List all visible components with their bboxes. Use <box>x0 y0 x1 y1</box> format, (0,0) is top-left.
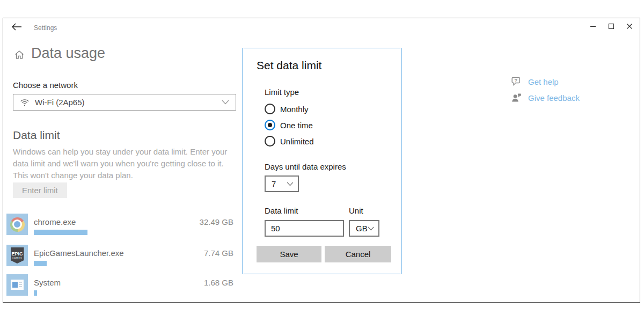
radio-circle-icon[interactable] <box>265 136 275 147</box>
dialog-title: Set data limit <box>257 59 321 72</box>
radio-circle-icon[interactable] <box>265 104 275 114</box>
system-icon <box>6 274 28 296</box>
epic-games-icon: EPIC GAMES <box>6 245 28 266</box>
minimize-button[interactable] <box>584 19 602 33</box>
svg-text:?: ? <box>514 78 517 83</box>
app-usage-value: 1.68 GB <box>204 278 233 287</box>
network-dropdown[interactable]: Wi-Fi (2Ap65) <box>13 94 236 111</box>
maximize-icon <box>608 23 614 30</box>
usage-progress-bar <box>34 230 87 235</box>
cancel-button[interactable]: Cancel <box>325 246 391 262</box>
app-usage-row: chrome.exe 32.49 GB <box>6 214 233 237</box>
set-data-limit-dialog: Set data limit Limit type Monthly One ti… <box>243 48 401 274</box>
usage-progress-bar <box>34 290 37 296</box>
data-limit-input[interactable] <box>265 220 344 237</box>
close-button[interactable] <box>620 19 639 33</box>
chevron-down-icon <box>222 100 229 105</box>
network-selected-value: Wi-Fi (2Ap65) <box>35 98 85 107</box>
home-icon <box>13 49 25 63</box>
chevron-down-icon <box>368 226 374 231</box>
days-until-expires-label: Days until data expires <box>265 162 346 171</box>
maximize-button[interactable] <box>602 19 620 33</box>
app-title: Settings <box>34 24 57 32</box>
app-usage-value: 32.49 GB <box>200 217 233 226</box>
chevron-down-icon <box>287 182 294 186</box>
days-select[interactable]: 7 <box>265 175 299 192</box>
enter-limit-button[interactable]: Enter limit <box>13 182 67 198</box>
feedback-person-icon <box>511 92 522 103</box>
desktop: Settings <box>0 0 644 322</box>
app-usage-row: EPIC GAMES EpicGamesLauncher.exe 7.74 GB <box>6 245 233 268</box>
unit-field-label: Unit <box>349 206 363 215</box>
app-name: System <box>34 278 61 287</box>
wifi-icon <box>20 98 30 107</box>
unit-select[interactable]: GB <box>349 220 379 237</box>
radio-unlimited[interactable]: Unlimited <box>265 135 314 147</box>
app-name: chrome.exe <box>34 217 76 226</box>
data-limit-heading: Data limit <box>13 129 60 142</box>
radio-circle-icon[interactable] <box>265 120 275 130</box>
back-icon <box>11 23 22 31</box>
close-icon <box>626 23 633 30</box>
data-limit-description: Windows can help you stay under your dat… <box>13 146 236 181</box>
data-limit-field-label: Data limit <box>265 206 298 215</box>
app-usage-row: System 1.68 GB <box>6 274 233 298</box>
titlebar: Settings <box>3 18 640 35</box>
give-feedback-link[interactable]: Give feedback <box>511 92 580 104</box>
chrome-icon <box>6 214 28 235</box>
window-controls <box>584 19 639 33</box>
usage-progress-bar <box>34 261 47 266</box>
limit-type-label: Limit type <box>265 87 299 97</box>
app-usage-value: 7.74 GB <box>204 248 233 258</box>
minimize-icon <box>590 23 596 30</box>
choose-network-label: Choose a network <box>13 80 78 90</box>
radio-one-time[interactable]: One time <box>265 119 313 131</box>
get-help-link[interactable]: ? Get help <box>511 76 559 87</box>
radio-monthly[interactable]: Monthly <box>265 103 309 115</box>
app-name: EpicGamesLauncher.exe <box>34 248 124 258</box>
save-button[interactable]: Save <box>257 246 321 262</box>
back-button[interactable] <box>8 20 26 33</box>
help-chat-icon: ? <box>511 76 522 87</box>
page-title: Data usage <box>31 45 105 62</box>
